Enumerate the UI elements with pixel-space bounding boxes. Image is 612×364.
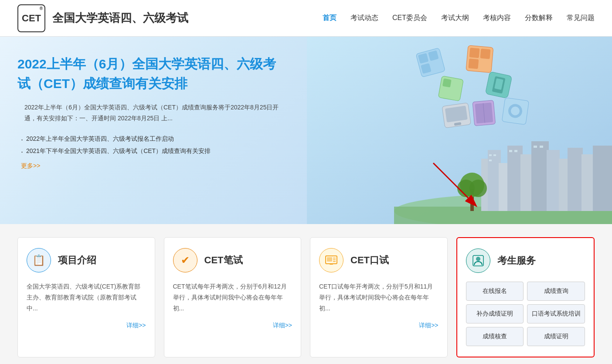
- svg-rect-36: [445, 105, 468, 122]
- card-service-header: 考生服务: [466, 248, 585, 273]
- card-intro-icon: 📋: [27, 248, 51, 272]
- banner-links: 2022年上半年全国大学英语四、六级考试报名工作启动 2021年下半年全国大学英…: [17, 133, 288, 157]
- banner-title: 2022上半年（6月）全国大学英语四、六级考试（CET）成绩查询有关安排: [17, 54, 288, 93]
- svg-point-56: [476, 257, 480, 261]
- cet-logo: CET: [17, 4, 45, 32]
- svg-rect-17: [509, 150, 512, 152]
- card-service-icon: [466, 248, 490, 273]
- banner-desc: 2022年上半年（6月）全国大学英语四、六级考试（CET）成绩查询服务将于202…: [17, 102, 288, 124]
- svg-rect-20: [540, 146, 543, 148]
- main-nav: 首页 考试动态 CET委员会 考试大纲 考核内容 分数解释 常见问题: [323, 14, 595, 23]
- svg-rect-15: [493, 154, 496, 156]
- header: CET 全国大学英语四、六级考试 首页 考试动态 CET委员会 考试大纲 考核内…: [0, 0, 612, 37]
- svg-rect-10: [559, 159, 568, 211]
- svg-rect-11: [568, 148, 583, 211]
- svg-rect-9: [547, 150, 560, 211]
- card-written: ✔ CET笔试 CET笔试每年开考两次，分别于6月和12月举行，具体考试时间我中…: [164, 237, 302, 357]
- nav-item-content[interactable]: 考核内容: [483, 14, 511, 23]
- svg-rect-30: [442, 78, 452, 88]
- card-written-footer: 详细>>: [173, 321, 292, 330]
- svg-rect-54: [330, 264, 333, 265]
- nav-item-home[interactable]: 首页: [323, 14, 337, 23]
- nav-item-syllabus[interactable]: 考试大纲: [441, 14, 469, 23]
- header-left: CET 全国大学英语四、六级考试: [17, 4, 188, 32]
- btn-oral-training[interactable]: 口语考试系统培训: [527, 304, 585, 323]
- card-service: 考生服务 在线报名 成绩查询 补办成绩证明 口语考试系统培训 成绩核查 成绩证明: [456, 237, 595, 357]
- nav-item-faq[interactable]: 常见问题: [567, 14, 595, 23]
- logo-text: CET: [22, 13, 41, 24]
- svg-rect-34: [468, 58, 479, 69]
- card-oral-icon: [319, 248, 343, 272]
- cards-section: 📋 项目介绍 全国大学英语四、六级考试(CET)系教育部主办、教育部教育考试院（…: [0, 224, 612, 364]
- nav-item-committee[interactable]: CET委员会: [392, 14, 427, 23]
- card-written-header: ✔ CET笔试: [173, 248, 292, 272]
- svg-rect-50: [327, 257, 332, 262]
- card-intro-body: 全国大学英语四、六级考试(CET)系教育部主办、教育部教育考试院（原教育部考试中…: [27, 281, 146, 314]
- svg-rect-12: [581, 154, 594, 211]
- card-written-detail[interactable]: 详细>>: [273, 322, 292, 329]
- banner-link-1[interactable]: 2022年上半年全国大学英语四、六级考试报名工作启动: [21, 133, 288, 145]
- card-oral-header: CET口试: [319, 248, 439, 272]
- svg-rect-29: [438, 76, 463, 101]
- card-service-title: 考生服务: [497, 254, 536, 267]
- banner-link-2[interactable]: 2021年下半年全国大学英语四、六级考试（CET）成绩查询有关安排: [21, 145, 288, 157]
- card-written-body: CET笔试每年开考两次，分别于6月和12月举行，具体考试时间我中心将会在每年年初…: [173, 281, 292, 314]
- nav-item-news[interactable]: 考试动态: [350, 14, 378, 23]
- card-intro-footer: 详细>>: [27, 321, 146, 330]
- more-link[interactable]: 更多>>: [17, 162, 288, 170]
- svg-rect-32: [469, 48, 480, 58]
- btn-score-cert[interactable]: 成绩证明: [527, 327, 585, 346]
- card-intro-title: 项目介绍: [58, 254, 96, 267]
- card-oral-body: CET口试每年开考两次，分别于5月和11月举行，具体考试时间我中心将会在每年年初…: [319, 281, 439, 314]
- svg-rect-6: [507, 146, 523, 211]
- card-oral-title: CET口试: [350, 254, 389, 267]
- btn-online-register[interactable]: 在线报名: [466, 282, 524, 301]
- card-oral-footer: 详细>>: [319, 321, 439, 330]
- nav-item-score[interactable]: 分数解释: [525, 14, 553, 23]
- svg-point-24: [469, 180, 487, 197]
- banner-content: 2022上半年（6月）全国大学英语四、六级考试（CET）成绩查询有关安排 202…: [17, 54, 288, 170]
- svg-rect-19: [534, 146, 537, 148]
- site-title: 全国大学英语四、六级考试: [52, 10, 188, 26]
- service-buttons-grid: 在线报名 成绩查询 补办成绩证明 口语考试系统培训 成绩核查 成绩证明: [466, 282, 585, 346]
- btn-reissue-cert[interactable]: 补办成绩证明: [466, 304, 524, 323]
- hero-banner: 2022上半年（6月）全国大学英语四、六级考试（CET）成绩查询有关安排 202…: [0, 37, 612, 224]
- card-intro-header: 📋 项目介绍: [27, 248, 146, 272]
- card-written-title: CET笔试: [204, 254, 243, 267]
- svg-rect-18: [514, 150, 517, 152]
- svg-rect-16: [489, 160, 492, 161]
- card-intro-detail[interactable]: 详细>>: [126, 322, 146, 329]
- svg-rect-8: [531, 141, 549, 211]
- btn-score-query[interactable]: 成绩查询: [527, 282, 585, 301]
- banner-decoration: [307, 37, 612, 224]
- svg-rect-7: [520, 154, 533, 211]
- svg-rect-13: [593, 146, 612, 211]
- card-written-icon: ✔: [173, 248, 197, 272]
- svg-rect-33: [480, 49, 491, 59]
- card-oral: CET口试 CET口试每年开考两次，分别于5月和11月举行，具体考试时间我中心将…: [310, 237, 448, 357]
- svg-rect-14: [489, 154, 492, 156]
- card-intro: 📋 项目介绍 全国大学英语四、六级考试(CET)系教育部主办、教育部教育考试院（…: [17, 237, 155, 357]
- card-oral-detail[interactable]: 详细>>: [419, 322, 438, 329]
- btn-score-verify[interactable]: 成绩核查: [466, 327, 524, 346]
